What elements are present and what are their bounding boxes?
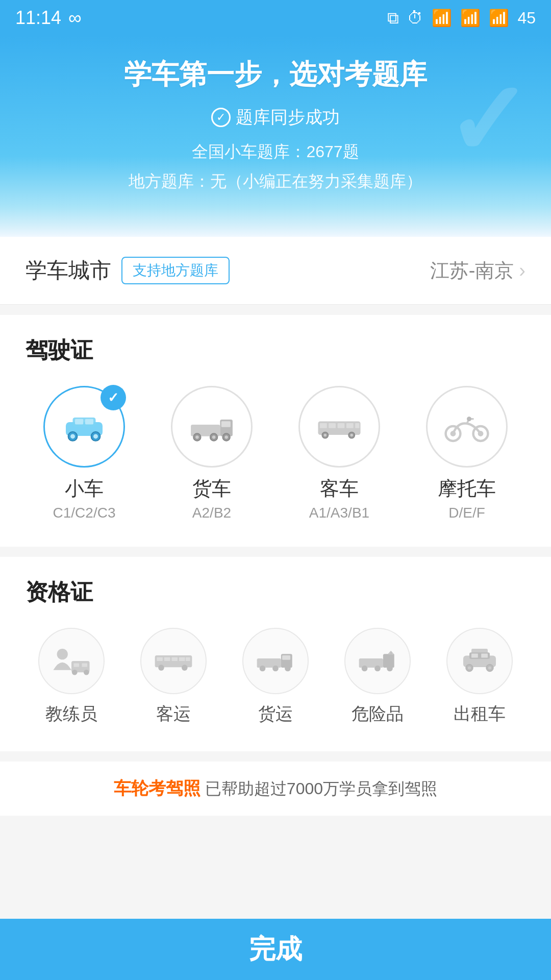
license-name-xiaoce: 小车 [65, 476, 104, 502]
signal-icon1: 📶 [460, 8, 481, 28]
svg-rect-63 [481, 654, 488, 658]
complete-button[interactable]: 完成 [0, 919, 551, 980]
qual-item-weixianpin[interactable]: ! 危险品 [332, 628, 423, 726]
infinity-icon: ∞ [68, 7, 82, 29]
qual-section-title: 资格证 [26, 577, 525, 607]
wifi-icon: 📶 [432, 8, 452, 28]
svg-rect-18 [320, 423, 327, 428]
jiaolianyu-icon [51, 641, 92, 681]
active-check-badge: ✓ [101, 385, 126, 410]
svg-rect-2 [75, 419, 83, 425]
svg-rect-3 [85, 419, 93, 425]
svg-point-57 [374, 666, 381, 672]
qual-item-keyun[interactable]: 客运 [128, 628, 219, 726]
svg-rect-43 [186, 657, 190, 661]
promo-brand: 车轮考驾照 [114, 778, 201, 798]
qual-item-jiaolianyu[interactable]: 教练员 [26, 628, 117, 726]
qual-icon-keyun-wrap [140, 628, 207, 694]
status-right: ⧉ ⏱ 📶 📶 📶 45 [387, 8, 536, 28]
time-display: 11:14 [15, 7, 61, 29]
license-name-keche: 客车 [320, 476, 359, 502]
chuzuche-icon [459, 641, 500, 681]
svg-point-56 [362, 666, 368, 672]
motuoche-icon [444, 404, 490, 450]
qual-name-chuzuche: 出租车 [454, 702, 506, 726]
battery-display: 45 [517, 9, 536, 28]
svg-rect-20 [338, 423, 345, 428]
license-icon-huoche-wrap [171, 386, 253, 468]
svg-point-37 [84, 670, 89, 675]
svg-point-51 [285, 666, 291, 672]
svg-text:!: ! [390, 652, 391, 655]
alarm-icon: ⏱ [407, 9, 423, 28]
license-icon-keche-wrap [298, 386, 380, 468]
qual-grid: 教练员 客运 [26, 628, 525, 726]
keyun-icon [153, 641, 194, 681]
qual-item-chuzuche[interactable]: 出租车 [434, 628, 525, 726]
license-code-keche: A1/A3/B1 [309, 505, 369, 521]
svg-point-36 [72, 670, 78, 675]
license-code-xiaoce: C1/C2/C3 [53, 505, 116, 521]
city-name: 江苏-南京 [430, 258, 514, 284]
huoche-icon [189, 404, 235, 450]
huoyun-icon [255, 641, 296, 681]
svg-rect-40 [164, 657, 170, 661]
qual-section: 资格证 教练员 [0, 557, 551, 751]
svg-point-16 [224, 435, 228, 439]
license-name-huoche: 货车 [192, 476, 231, 502]
svg-rect-41 [171, 657, 178, 661]
promo-bar: 车轮考驾照 已帮助超过7000万学员拿到驾照 [0, 762, 551, 816]
svg-rect-21 [346, 423, 354, 428]
city-label: 学车城市 [26, 256, 111, 285]
license-code-motuoche: D/E/F [448, 505, 485, 521]
check-circle-icon: ✓ [211, 108, 231, 127]
license-item-motuoche[interactable]: 摩托车 D/E/F [408, 386, 525, 521]
city-value[interactable]: 江苏-南京 › [430, 258, 525, 284]
svg-rect-48 [282, 655, 290, 660]
svg-rect-19 [329, 423, 336, 428]
city-tag: 支持地方题库 [121, 257, 230, 284]
svg-rect-62 [471, 654, 478, 658]
qual-item-huoyun[interactable]: 货运 [230, 628, 321, 726]
qual-icon-chuzuche-wrap [446, 628, 513, 694]
license-icon-motuoche-wrap [426, 386, 508, 468]
svg-point-26 [350, 434, 353, 437]
license-code-huoche: A2/B2 [192, 505, 231, 521]
keche-icon [316, 404, 362, 450]
svg-point-49 [260, 666, 266, 672]
svg-rect-42 [179, 657, 185, 661]
qual-icon-jiaolianyu-wrap [38, 628, 105, 694]
city-row[interactable]: 学车城市 支持地方题库 江苏-南京 › [0, 237, 551, 305]
license-item-keche[interactable]: 客车 A1/A3/B1 [281, 386, 398, 521]
svg-rect-39 [157, 657, 163, 661]
svg-point-5 [70, 434, 75, 439]
sync-text: 题库同步成功 [236, 106, 340, 129]
qual-name-keyun: 客运 [156, 702, 191, 726]
license-item-xiaoce[interactable]: ✓ 小车 C1/C2/C3 [26, 386, 143, 521]
qual-icon-huoyun-wrap [242, 628, 309, 694]
svg-point-12 [195, 435, 199, 439]
svg-point-58 [387, 666, 393, 672]
svg-rect-22 [355, 423, 359, 428]
svg-point-14 [212, 435, 216, 439]
weixianpin-icon: ! [357, 641, 398, 681]
svg-rect-10 [221, 422, 231, 427]
promo-text: 已帮助超过7000万学员拿到驾照 [205, 779, 437, 798]
svg-point-44 [158, 665, 164, 671]
license-icon-xiaoce-wrap: ✓ [43, 386, 125, 468]
watermark-check: ✓ [445, 61, 531, 180]
complete-button-label: 完成 [249, 932, 302, 967]
svg-point-31 [467, 416, 471, 421]
qual-name-weixianpin: 危险品 [352, 702, 404, 726]
status-bar: 11:14 ∞ ⧉ ⏱ 📶 📶 📶 45 [0, 0, 551, 36]
qual-name-jiaolianyu: 教练员 [45, 702, 97, 726]
license-name-motuoche: 摩托车 [438, 476, 496, 502]
license-item-huoche[interactable]: 货车 A2/B2 [153, 386, 270, 521]
svg-rect-34 [73, 664, 79, 667]
chevron-right-icon: › [519, 260, 525, 282]
svg-rect-53 [383, 654, 394, 668]
xiaoce-icon [61, 404, 107, 450]
svg-point-65 [468, 667, 471, 670]
svg-point-67 [488, 667, 491, 670]
license-section: 驾驶证 ✓ 小车 C [0, 315, 551, 547]
